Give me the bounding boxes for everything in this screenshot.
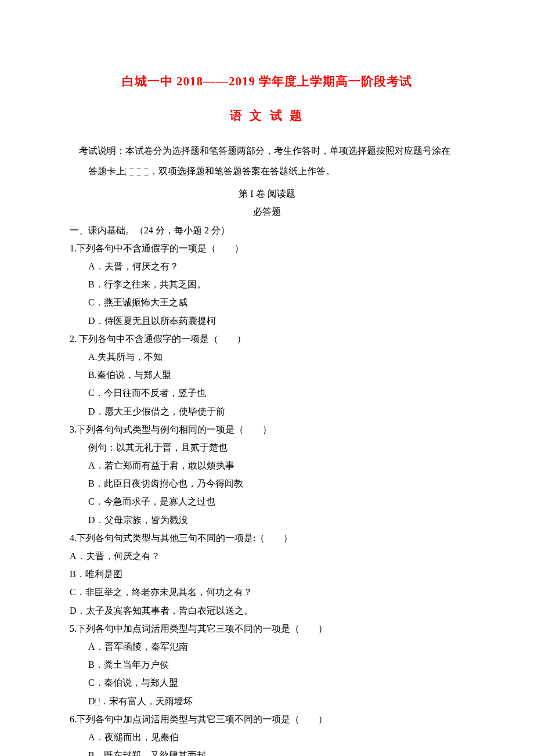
question-3-option-b: B．此臣日夜切齿拊心也，乃今得闻教 [70, 474, 464, 492]
question-4-option-a: A．夫晋，何厌之有？ [70, 547, 464, 565]
question-2: 2. 下列各句中不含通假字的一项是（ ） [70, 330, 464, 348]
question-5: 5.下列各句中加点词活用类型与其它三项不同的一项是（ ） [70, 620, 464, 638]
exam-subject: 语 文 试 题 [70, 104, 464, 128]
question-1-option-d: D．侍医夏无且以所奉药囊提柯 [70, 312, 464, 330]
instructions-line-2a: 答题卡上 [88, 166, 125, 176]
question-5-option-a: A．晋军函陵，秦军氾南 [70, 638, 464, 656]
question-2-option-a: A.失其所与，不知 [70, 348, 464, 366]
question-3-option-c: C．今急而求子，是寡人之过也 [70, 492, 464, 510]
question-4-option-b: B．唯利是图 [70, 565, 464, 583]
question-1-option-b: B．行李之往来，共其乏困。 [70, 275, 464, 293]
question-5-option-d: D ．宋有富人，天雨墙坏 [70, 692, 464, 710]
question-5-option-b: B．粪土当年万户侯 [70, 656, 464, 674]
volume-label: 第 I 卷 阅读题 [70, 185, 464, 203]
question-6: 6.下列各句中加点词活用类型与其它三项不同的一项是（ ） [70, 710, 464, 728]
question-6-option-a: A．夜缒而出，见秦伯 [70, 728, 464, 746]
must-answer-label: 必答题 [70, 203, 464, 221]
question-2-option-b: B.秦伯说，与郑人盟 [70, 366, 464, 384]
question-3-option-d: D．父母宗族，皆为戮没 [70, 511, 464, 529]
question-3-option-a: A．若亡郑而有益于君，敢以烦执事 [70, 456, 464, 474]
question-3-example: 例句：以其无礼于晋，且贰于楚也 [70, 438, 464, 456]
question-1-option-c: C．燕王诚振怖大王之威 [70, 293, 464, 311]
section-1-heading: 一、课内基础。（24 分，每小题 2 分） [70, 221, 464, 239]
question-5-option-d-a: D [88, 696, 95, 706]
dotted-underline-icon [95, 698, 100, 705]
question-4-option-c: C．非臣举之，终老亦未见其名，何功之有？ [70, 583, 464, 601]
dotted-underline-icon [125, 168, 149, 176]
question-4-option-d: D．太子及宾客知其事者，皆白衣冠以送之。 [70, 602, 464, 620]
question-5-option-d-b: ．宋有富人，天雨墙坏 [100, 696, 193, 706]
question-1-option-a: A．夫晋，何厌之有？ [70, 257, 464, 275]
exam-title: 白城一中 2018——2019 学年度上学期高一阶段考试 [70, 70, 464, 93]
question-4: 4.下列各句句式类型与其他三句不同的一项是:（ ） [70, 529, 464, 547]
instructions-line-1: 考试说明：本试卷分为选择题和笔答题两部分，考生作答时，单项选择题按照对应题号涂在 [70, 142, 464, 160]
question-1: 1.下列各句中不含通假字的一项是（ ） [70, 239, 464, 257]
instructions-line-2b: ，双项选择题和笔答题答案在答题纸上作答。 [149, 166, 335, 176]
question-5-option-c: C．秦伯说，与郑人盟 [70, 674, 464, 692]
question-2-option-c: C．今日往而不反者，竖子也 [70, 384, 464, 402]
question-6-option-b: B．既东封郑，又欲肆其西封 [70, 746, 464, 756]
question-2-option-d: D．愿大王少假借之，使毕使于前 [70, 402, 464, 420]
instructions-line-2: 答题卡上 ，双项选择题和笔答题答案在答题纸上作答。 [70, 162, 464, 180]
question-3: 3.下列各句句式类型与例句相同的一项是（ ） [70, 420, 464, 438]
